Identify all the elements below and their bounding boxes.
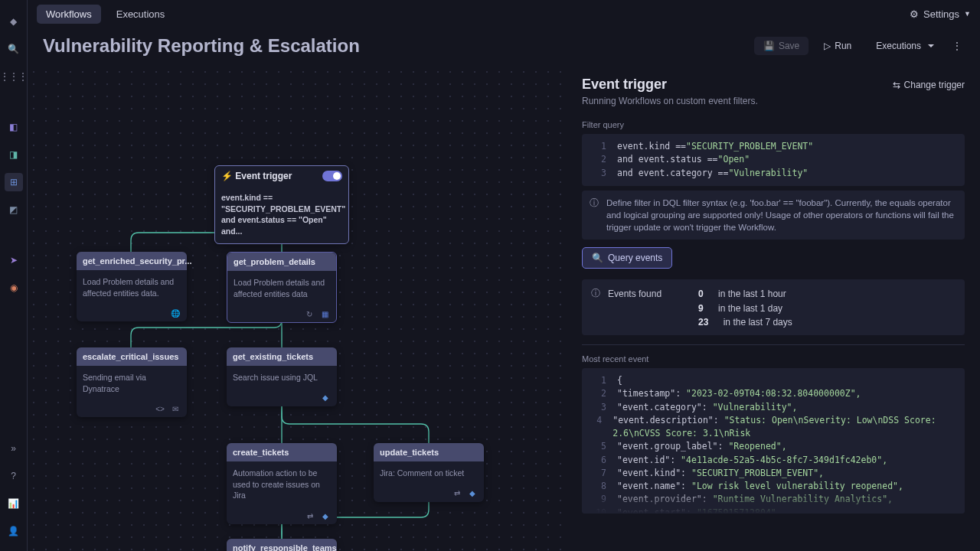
panel-title: Event trigger bbox=[582, 77, 667, 93]
nav-item-workflows[interactable]: ⊞ bbox=[5, 173, 23, 191]
filter-query-editor[interactable]: 1event.kind == "SECURITY_PROBLEM_EVENT" … bbox=[582, 134, 965, 186]
top-bar: Workflows Executions ⚙ Settings ▼ bbox=[28, 0, 980, 28]
page-header: Vulnerability Reporting & Escalation 💾Sa… bbox=[28, 28, 980, 66]
jira-icon: ◆ bbox=[320, 393, 331, 403]
gear-icon: ⚙ bbox=[910, 8, 919, 20]
trigger-rule-1: event.kind == "SECURITY_PROBLEM_EVENT" bbox=[221, 192, 342, 214]
bolt-icon: ⚡ bbox=[221, 171, 233, 181]
nav-rail: ◆ 🔍 ⋮⋮⋮ ◧ ◨ ⊞ ◩ ➤ ◉ » ? 📊 👤 bbox=[0, 0, 28, 551]
search-icon[interactable]: 🔍 bbox=[5, 40, 23, 58]
node-get-existing-tickets[interactable]: get_existing_tickets Search issue using … bbox=[227, 347, 337, 406]
jira-icon: ◆ bbox=[467, 488, 478, 499]
tab-workflows[interactable]: Workflows bbox=[37, 5, 101, 24]
nav-item-5[interactable]: ➤ bbox=[5, 251, 23, 269]
nav-item-4[interactable]: ◩ bbox=[5, 201, 23, 219]
nav-item-2[interactable]: ◨ bbox=[5, 145, 23, 164]
jira-icon: ◆ bbox=[320, 510, 331, 521]
app-icon: ▦ bbox=[319, 308, 330, 319]
node-create-tickets[interactable]: create_tickets Automation action to be u… bbox=[227, 443, 337, 524]
panel-subtitle: Running Workflows on custom event filter… bbox=[582, 96, 965, 106]
executions-dropdown[interactable]: Executions bbox=[867, 37, 943, 55]
play-icon: ▷ bbox=[824, 41, 831, 51]
user-icon[interactable]: 👤 bbox=[5, 522, 23, 540]
expand-icon[interactable]: » bbox=[5, 439, 23, 458]
apps-icon[interactable]: ⋮⋮⋮ bbox=[5, 67, 23, 86]
retry-icon: ↻ bbox=[304, 308, 315, 319]
search-icon: 🔍 bbox=[592, 253, 603, 263]
help-icon[interactable]: ? bbox=[5, 467, 23, 485]
trigger-node[interactable]: ⚡ Event trigger event.kind == "SECURITY_… bbox=[214, 165, 349, 244]
node-escalate-critical[interactable]: escalate_critical_issues Sending email v… bbox=[77, 347, 187, 417]
events-found-box: ⓘ Events found 0 in the last 1 hour 9 in… bbox=[582, 279, 965, 335]
trigger-toggle[interactable] bbox=[322, 171, 342, 181]
change-trigger-button[interactable]: ⇆ Change trigger bbox=[893, 80, 965, 90]
node-get-enriched[interactable]: get_enriched_security_pr... Load Problem… bbox=[77, 252, 187, 321]
query-events-button[interactable]: 🔍 Query events bbox=[582, 247, 672, 269]
swap-icon: ⇆ bbox=[893, 80, 900, 90]
settings-button[interactable]: ⚙ Settings ▼ bbox=[910, 8, 971, 20]
tab-executions[interactable]: Executions bbox=[107, 5, 175, 24]
node-get-problem-details[interactable]: get_problem_details Load Problem details… bbox=[227, 252, 337, 323]
workflow-canvas[interactable]: ⚡ Event trigger event.kind == "SECURITY_… bbox=[28, 66, 567, 551]
info-icon: ⓘ bbox=[590, 197, 600, 233]
side-panel: Event trigger ⇆ Change trigger Running W… bbox=[567, 66, 980, 551]
loop-icon: ⇄ bbox=[305, 510, 315, 521]
mail-icon: ✉ bbox=[170, 403, 181, 414]
node-notify-teams[interactable]: notify_responsible_teams for each affect… bbox=[227, 539, 337, 551]
filter-info: ⓘ Define filter in DQL filter syntax (e.… bbox=[582, 191, 965, 240]
more-button[interactable]: ⋮ bbox=[949, 37, 965, 54]
globe-icon: 🌐 bbox=[170, 308, 181, 318]
recent-event-label: Most recent event bbox=[582, 354, 965, 364]
filter-query-label: Filter query bbox=[582, 120, 965, 129]
nav-item-1[interactable]: ◧ bbox=[5, 118, 23, 136]
logo-icon[interactable]: ◆ bbox=[5, 12, 23, 31]
recent-event-json[interactable]: 1{2 "timestamp": "2023-02-09T04:08:32.80… bbox=[582, 368, 965, 514]
run-button[interactable]: ▷Run bbox=[815, 37, 861, 55]
save-button: 💾Save bbox=[754, 37, 808, 55]
stats-icon[interactable]: 📊 bbox=[5, 494, 23, 513]
chevron-down-icon: ▼ bbox=[964, 10, 971, 18]
trigger-rule-2: and event.status == "Open" and... bbox=[221, 214, 342, 236]
nav-item-6[interactable]: ◉ bbox=[5, 279, 23, 297]
loop-icon: ⇄ bbox=[452, 488, 462, 499]
node-update-tickets[interactable]: update_tickets Jira: Comment on ticket ⇄… bbox=[374, 443, 484, 502]
page-title: Vulnerability Reporting & Escalation bbox=[43, 35, 360, 57]
info-icon: ⓘ bbox=[591, 287, 602, 300]
code-icon: <> bbox=[155, 403, 165, 414]
save-icon: 💾 bbox=[763, 41, 775, 51]
